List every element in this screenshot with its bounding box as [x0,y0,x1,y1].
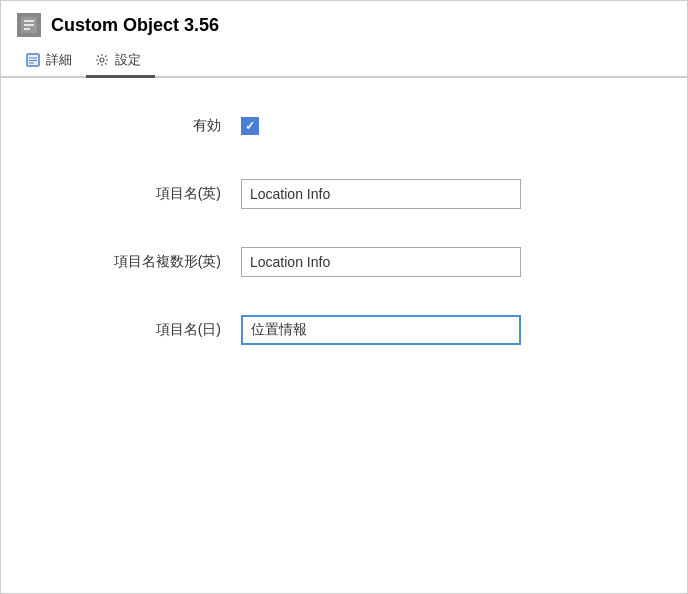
label-name-en-plural: 項目名複数形(英) [21,253,241,271]
label-name-ja: 項目名(日) [21,321,241,339]
control-name-en-plural [241,247,667,277]
tab-bar: 詳細 設定 [1,45,687,78]
title-bar: Custom Object 3.56 [1,1,687,45]
input-name-en-plural[interactable] [241,247,521,277]
control-enabled: ✓ [241,117,667,135]
tab-settings[interactable]: 設定 [86,45,155,78]
field-row-enabled: 有効 ✓ [21,108,667,144]
svg-point-8 [100,58,104,62]
checkbox-enabled[interactable]: ✓ [241,117,259,135]
field-row-name-ja: 項目名(日) [21,312,667,348]
settings-tab-icon [94,52,110,68]
field-row-name-en-plural: 項目名複数形(英) [21,244,667,280]
window-icon [17,13,41,37]
tab-settings-label: 設定 [115,51,141,69]
page-title: Custom Object 3.56 [51,15,219,36]
main-window: Custom Object 3.56 詳細 設定 [0,0,688,594]
input-name-ja[interactable] [241,315,521,345]
label-name-en: 項目名(英) [21,185,241,203]
control-name-en [241,179,667,209]
label-enabled: 有効 [21,117,241,135]
field-row-name-en: 項目名(英) [21,176,667,212]
form-content: 有効 ✓ 項目名(英) 項目名複数形(英) 項目名(日) [1,78,687,593]
input-name-en[interactable] [241,179,521,209]
details-tab-icon [25,52,41,68]
control-name-ja [241,315,667,345]
tab-details-label: 詳細 [46,51,72,69]
checkbox-check-mark: ✓ [245,120,255,132]
tab-details[interactable]: 詳細 [17,45,86,78]
